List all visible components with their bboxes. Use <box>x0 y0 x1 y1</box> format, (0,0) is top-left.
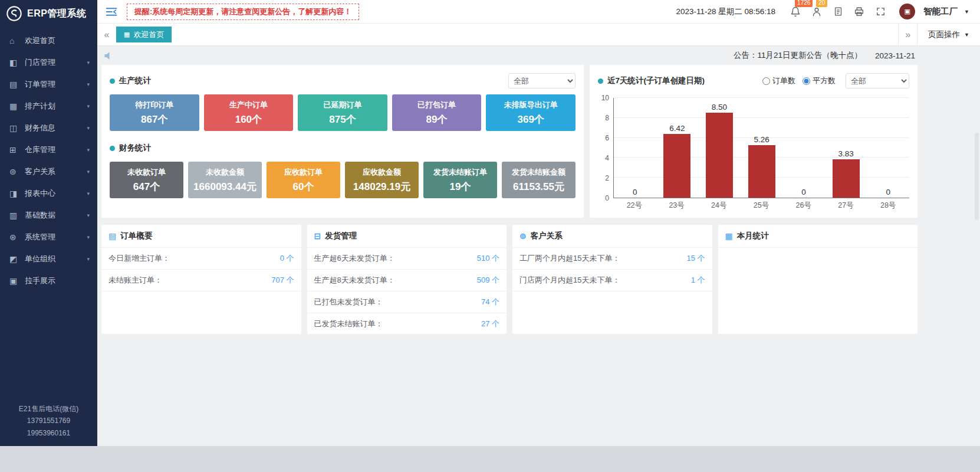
print-button[interactable] <box>851 4 867 19</box>
sidebar-item-11[interactable]: ▣拉手展示 <box>0 270 97 291</box>
sidebar-item-1[interactable]: ◧门店管理▾ <box>0 51 97 73</box>
page-actions-dropdown[interactable]: 页面操作 ▼ <box>917 24 980 45</box>
announcement-link[interactable]: 公告：11月21日更新公告（晚十点） <box>734 50 862 61</box>
bottom-scroll-area <box>0 446 980 472</box>
bar-value-label: 8.50 <box>712 103 727 112</box>
sidebar-item-label: 门店管理 <box>25 57 87 68</box>
vertical-scrollbar[interactable] <box>975 133 979 220</box>
finance-stat-card[interactable]: 发货未结账金额61153.55元 <box>502 162 575 198</box>
summary-row-value[interactable]: 74 个 <box>481 297 499 307</box>
production-stat-card[interactable]: 已打包订单89个 <box>392 94 482 131</box>
summary-row-value[interactable]: 27 个 <box>481 319 499 329</box>
bar-value-label: 6.42 <box>669 124 685 133</box>
bar-value-label: 5.26 <box>754 135 769 144</box>
tabbar: « ▦ 欢迎首页 » 页面操作 ▼ <box>97 24 980 46</box>
summary-panel-3: ▦本月统计 <box>718 225 918 334</box>
production-stat-card[interactable]: 未排版导出订单369个 <box>486 94 575 131</box>
report-icon: ◨ <box>9 189 21 198</box>
bar-value-label: 0 <box>633 188 637 196</box>
org-icon: ◩ <box>9 254 21 264</box>
finance-cards: 未收款订单647个未收款金额1660093.44元应收款订单60个应收款金额14… <box>110 162 575 198</box>
chart-mode-radio-1[interactable]: 平方数 <box>803 76 836 86</box>
summary-row-value[interactable]: 1 个 <box>691 275 705 286</box>
sidebar-item-4[interactable]: ◫财务信息▾ <box>0 117 97 139</box>
finance-stat-card[interactable]: 未收款订单647个 <box>110 162 183 198</box>
radio-label: 订单数 <box>772 76 795 86</box>
summary-row-label: 今日新增主订单： <box>108 253 170 264</box>
sidebar-item-label: 财务信息 <box>25 123 87 133</box>
radio-input[interactable] <box>762 77 770 85</box>
system-icon: ⊛ <box>9 232 21 242</box>
document-button[interactable] <box>830 4 846 19</box>
logo[interactable]: ERP管理系统 <box>0 0 97 27</box>
summary-panel-title: 发货管理 <box>325 231 357 241</box>
printer-icon <box>854 6 864 17</box>
sidebar-footer-line: 19953960161 <box>4 427 94 439</box>
hamburger-icon[interactable] <box>106 6 117 17</box>
summary-row: 已发货未结账订单：27 个 <box>307 313 507 334</box>
chart-mode-radio-0[interactable]: 订单数 <box>762 76 795 86</box>
finance-stat-card[interactable]: 应收款金额148029.19元 <box>345 162 419 198</box>
sidebar-item-2[interactable]: ▤订单管理▾ <box>0 73 97 95</box>
sidebar-item-6[interactable]: ⊚客户关系▾ <box>0 160 97 182</box>
speaker-icon[interactable] <box>104 51 114 60</box>
bar-value-label: 3.83 <box>838 149 854 158</box>
summary-panel-header: ▤订单概要 <box>101 225 301 248</box>
card-label: 已打包订单 <box>417 100 456 110</box>
x-tick-label: 28号 <box>867 201 909 211</box>
sidebar-footer-line: 13791551769 <box>4 415 94 427</box>
summary-row-value[interactable]: 707 个 <box>271 275 294 286</box>
summary-row-label: 门店两个月内超15天未下单： <box>519 275 620 286</box>
tabs-scroll-right-button[interactable]: » <box>898 24 917 45</box>
tab-home[interactable]: ▦ 欢迎首页 <box>116 27 172 42</box>
notifications-button[interactable]: 1726 <box>787 4 804 19</box>
bar-24号: 8.50 <box>698 98 741 198</box>
datetime: 2023-11-28 星期二 08:56:18 <box>676 6 775 17</box>
production-stat-card[interactable]: 已延期订单875个 <box>298 94 387 131</box>
production-stat-card[interactable]: 生产中订单160个 <box>204 94 294 131</box>
document-icon <box>833 6 843 17</box>
sidebar-item-7[interactable]: ◨报表中心▾ <box>0 182 97 204</box>
bar-value-label: 0 <box>801 188 806 196</box>
avatar[interactable]: ▣ <box>899 4 915 19</box>
user-chevron-down-icon[interactable]: ▼ <box>964 9 969 15</box>
card-value: 19个 <box>450 180 471 194</box>
home-icon: ⌂ <box>9 36 21 45</box>
summary-row-value[interactable]: 15 个 <box>686 253 705 264</box>
main-area: 提醒:系统每周定期更新，请注意查阅更新公告，了解更新内容！ 2023-11-28… <box>97 0 980 446</box>
sidebar-item-9[interactable]: ⊛系统管理▾ <box>0 226 97 248</box>
chart-filter-select[interactable]: 全部 <box>846 73 909 88</box>
finance-stat-card[interactable]: 未收款金额1660093.44元 <box>188 162 262 198</box>
person-icon <box>811 6 822 17</box>
fullscreen-button[interactable] <box>872 4 889 19</box>
summary-panel-title: 订单概要 <box>120 231 152 241</box>
sidebar-item-0[interactable]: ⌂欢迎首页 <box>0 30 97 51</box>
summary-row: 工厂两个月内超15天未下单：15 个 <box>512 248 712 270</box>
production-stat-card[interactable]: 待打印订单867个 <box>110 94 199 131</box>
summary-row-value[interactable]: 0 个 <box>280 253 294 264</box>
finance-stat-card[interactable]: 应收款订单60个 <box>267 162 340 198</box>
sidebar-item-8[interactable]: ▥基础数据▾ <box>0 204 97 226</box>
summary-row-value[interactable]: 510 个 <box>477 253 499 264</box>
messages-button[interactable]: 20 <box>808 4 825 19</box>
summary-row-value[interactable]: 509 个 <box>477 275 499 286</box>
bar-rect <box>748 145 775 198</box>
tabs-scroll-left-button[interactable]: « <box>97 24 116 45</box>
sidebar-item-label: 客户关系 <box>25 166 87 177</box>
chevron-down-icon: ▾ <box>87 81 90 87</box>
sidebar-item-10[interactable]: ◩单位组织▾ <box>0 248 97 270</box>
document-icon: ▤ <box>108 231 116 241</box>
card-value: 61153.55元 <box>513 180 564 194</box>
bullet-icon <box>110 146 115 151</box>
finance-stat-card[interactable]: 发货未结账订单19个 <box>423 162 497 198</box>
chevron-down-icon: ▾ <box>87 256 90 262</box>
card-label: 已延期订单 <box>323 100 361 110</box>
chevron-down-icon: ▾ <box>87 212 90 218</box>
chevron-down-icon: ▾ <box>87 125 90 131</box>
sidebar-item-3[interactable]: ▦排产计划▾ <box>0 95 97 117</box>
order-icon: ▤ <box>9 80 21 89</box>
production-filter-select[interactable]: 全部 <box>508 73 575 88</box>
sidebar-item-5[interactable]: ⊞仓库管理▾ <box>0 139 97 160</box>
user-name[interactable]: 智能工厂 <box>923 6 958 17</box>
radio-input[interactable] <box>803 77 810 85</box>
